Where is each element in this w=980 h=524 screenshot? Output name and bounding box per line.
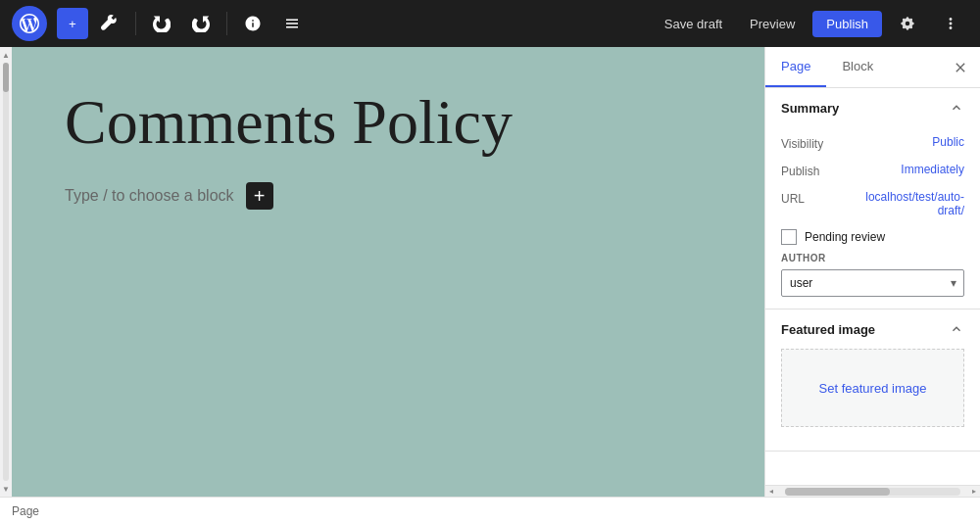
author-section: AUTHOR user <box>781 253 964 297</box>
pending-row: Pending review <box>781 229 964 245</box>
visibility-value[interactable]: Public <box>932 135 964 149</box>
save-draft-button[interactable]: Save draft <box>655 11 732 37</box>
author-select[interactable]: user <box>781 269 964 297</box>
panel-close-button[interactable] <box>945 52 976 83</box>
page-title[interactable]: Comments Policy <box>65 86 711 159</box>
url-row: URL localhost/test/auto-draft/ <box>781 190 964 217</box>
vertical-scrollbar[interactable]: ▲ ▼ <box>0 47 12 497</box>
bottom-bar: Page <box>0 497 980 524</box>
tab-block[interactable]: Block <box>826 47 889 87</box>
main-area: ▲ ▼ Comments Policy Type / to choose a b… <box>0 47 980 497</box>
summary-section-header[interactable]: Summary <box>765 88 980 127</box>
redo-icon <box>192 15 210 32</box>
editor-scroll-container: Comments Policy Type / to choose a block… <box>12 47 764 497</box>
close-icon <box>953 60 968 75</box>
editor-content: Comments Policy Type / to choose a block… <box>65 86 711 210</box>
block-placeholder: Type / to choose a block + <box>65 182 711 210</box>
author-select-wrapper: user <box>781 269 964 297</box>
info-icon <box>244 15 262 32</box>
scroll-up-arrow[interactable]: ▲ <box>2 51 10 59</box>
settings-button[interactable] <box>890 6 925 41</box>
chevron-up-icon <box>949 100 964 116</box>
scroll-down-arrow[interactable]: ▼ <box>2 485 10 493</box>
summary-section-body: Visibility Public Publish Immediately UR… <box>765 127 980 309</box>
add-block-button[interactable]: + <box>57 8 88 39</box>
undo-icon <box>153 15 171 32</box>
publish-row: Publish Immediately <box>781 163 964 178</box>
scroll-left-arrow[interactable]: ◂ <box>765 486 777 498</box>
h-scroll-thumb <box>785 488 890 496</box>
tools-button[interactable] <box>92 6 127 41</box>
wp-logo-icon <box>20 14 39 33</box>
separator <box>135 12 136 35</box>
info-button[interactable] <box>235 6 270 41</box>
featured-image-header[interactable]: Featured image <box>765 310 980 349</box>
toolbar: + Save draft Preview Publish <box>0 0 980 47</box>
settings-icon <box>899 15 916 32</box>
pending-checkbox[interactable] <box>781 229 797 245</box>
right-panel: Page Block Summary Visibility Public <box>764 47 980 497</box>
list-view-button[interactable] <box>274 6 310 41</box>
more-options-icon <box>942 15 959 32</box>
chevron-up-icon-2 <box>949 321 964 337</box>
set-featured-image-button[interactable]: Set featured image <box>781 349 964 427</box>
editor-area[interactable]: Comments Policy Type / to choose a block… <box>12 47 764 497</box>
tab-page[interactable]: Page <box>765 47 826 87</box>
more-options-button[interactable] <box>933 6 968 41</box>
status-label: Page <box>12 504 39 518</box>
separator2 <box>226 12 227 35</box>
preview-button[interactable]: Preview <box>740 11 805 37</box>
inline-add-block-button[interactable]: + <box>246 182 273 210</box>
scroll-right-arrow[interactable]: ▸ <box>968 486 980 498</box>
wp-logo <box>12 6 47 41</box>
list-view-icon <box>283 15 301 32</box>
publish-button[interactable]: Publish <box>812 11 882 37</box>
url-value[interactable]: localhost/test/auto-draft/ <box>848 190 964 217</box>
undo-button[interactable] <box>144 6 179 41</box>
scroll-track <box>3 63 9 481</box>
horizontal-scrollbar[interactable]: ◂ ▸ <box>765 485 980 497</box>
summary-section: Summary Visibility Public Publish Immedi… <box>765 88 980 310</box>
panel-body: Summary Visibility Public Publish Immedi… <box>765 88 980 485</box>
tools-icon <box>101 15 119 32</box>
visibility-row: Visibility Public <box>781 135 964 151</box>
toolbar-right: Save draft Preview Publish <box>655 6 968 41</box>
h-scroll-track <box>785 488 960 496</box>
featured-image-section: Featured image Set featured image <box>765 310 980 452</box>
publish-value[interactable]: Immediately <box>901 163 964 176</box>
featured-image-body: Set featured image <box>765 349 980 451</box>
scroll-thumb <box>3 63 9 92</box>
panel-header: Page Block <box>765 47 980 88</box>
redo-button[interactable] <box>183 6 219 41</box>
